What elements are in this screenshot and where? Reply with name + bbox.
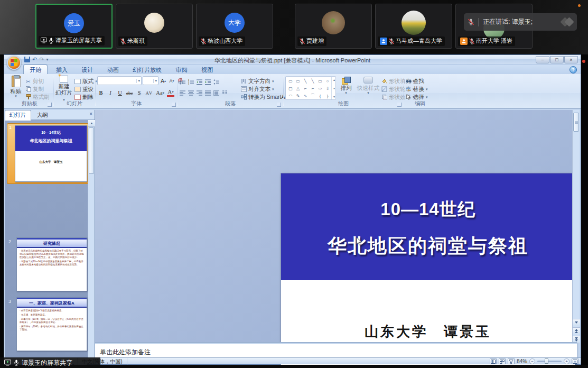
align-center-icon[interactable] <box>188 90 194 96</box>
slide-thumbnail-2[interactable]: 研究缘起 学界对宋元时期的祠堂和祭祖问题已有不少研究，但除了对北宋祠堂和祭祖的讨… <box>16 237 87 291</box>
scroll-thumb[interactable] <box>573 113 579 132</box>
zoom-percentage[interactable]: 84% <box>517 358 527 364</box>
copy-button[interactable]: 复制 <box>25 85 44 93</box>
slide-sorter-view-button[interactable] <box>499 358 506 364</box>
shape-icon[interactable]: ▭ <box>287 77 294 85</box>
video-tile-jiajianzeng[interactable]: 贾建增 <box>295 4 372 49</box>
office-button[interactable] <box>7 56 21 70</box>
distribute-icon[interactable] <box>213 90 219 96</box>
dialog-launcher[interactable] <box>172 103 176 107</box>
fit-to-window-button[interactable] <box>572 358 578 364</box>
tab-slides[interactable]: 幻灯片 <box>5 110 31 121</box>
shape-icon[interactable]: ⇨ <box>316 85 324 92</box>
text-direction-button[interactable]: 文字方向 ▾ <box>241 77 274 85</box>
italic-button[interactable]: I <box>107 89 114 97</box>
align-text-button[interactable]: 对齐文本 ▾ <box>241 85 274 93</box>
notes-pane[interactable]: 单击此处添加备注 <box>95 343 577 359</box>
close-button[interactable]: × <box>564 56 578 63</box>
slide-thumbnail-3[interactable]: 一、家庙、家祠及家祭A 由百官的家庙到中下级官员家祠的建设。 文彦博、富弼等的家… <box>16 297 87 351</box>
shapes-gallery[interactable]: ▭ ▭ ╲ ╲ ▭ ○ ▲▼▼ ▢ △ ⌐ ⌐ ⇨ ⇩ ◠ ✎ ∿ ⌒ <box>285 76 336 100</box>
shape-icon[interactable]: ◠ <box>287 92 294 99</box>
shape-icon[interactable]: ▢ <box>287 85 294 92</box>
dialog-launcher[interactable] <box>277 103 281 107</box>
decrease-indent-icon[interactable] <box>197 79 202 85</box>
title-bar[interactable]: 华北地区的祠堂与祭祖.ppt [兼容模式] - Microsoft PowerP… <box>4 55 581 65</box>
underline-button[interactable]: U <box>116 89 124 97</box>
restore-button[interactable]: □ <box>550 56 564 63</box>
zoom-slider-thumb[interactable] <box>545 358 548 364</box>
text-shadow-button[interactable]: S <box>136 89 143 97</box>
shape-icon[interactable]: { <box>316 92 324 99</box>
cut-button[interactable]: ✂ 剪切 <box>25 77 44 85</box>
previous-slide-button[interactable] <box>573 327 580 334</box>
arrange-button[interactable]: 排列 ▾ <box>337 77 355 95</box>
shape-icon[interactable]: ○ <box>324 77 331 85</box>
shapes-scroll[interactable]: ▲▼▼ <box>331 77 337 99</box>
help-icon[interactable]: ? <box>570 66 577 73</box>
shape-icon[interactable]: ⌒ <box>309 92 316 99</box>
columns-icon[interactable] <box>222 90 228 96</box>
zoom-in-button[interactable]: + <box>564 358 570 364</box>
zoom-out-button[interactable]: − <box>529 358 535 364</box>
next-slide-button[interactable] <box>573 336 580 343</box>
align-right-icon[interactable] <box>197 90 202 96</box>
dialog-launcher[interactable] <box>397 103 402 107</box>
shape-icon[interactable]: } <box>324 92 331 99</box>
character-spacing-button[interactable]: AV <box>145 89 154 97</box>
slide-thumbnail-1[interactable]: 10—14世纪 华北地区的祠堂与祭祖 山东大学 谭景玉 <box>15 125 87 182</box>
tab-outline[interactable]: 大纲 <box>32 111 52 121</box>
font-size-combo[interactable]: ▾ <box>143 76 158 85</box>
shape-icon[interactable]: ⌐ <box>302 85 309 92</box>
slide-canvas[interactable]: 10—14世纪 华北地区的祠堂与祭祖 山东大学 谭景玉 <box>95 110 577 343</box>
slide-title-block[interactable]: 10—14世纪 华北地区的祠堂与祭祖 <box>281 173 575 280</box>
dialog-launcher[interactable] <box>48 103 52 107</box>
main-slide[interactable]: 10—14世纪 华北地区的祠堂与祭祖 山东大学 谭景玉 <box>281 173 575 368</box>
grow-font-button[interactable]: A▴ <box>160 77 167 85</box>
panel-scrollbar[interactable]: ▲ <box>88 120 95 358</box>
zoom-slider[interactable] <box>537 361 562 362</box>
video-tile-tanjingyu[interactable]: 景玉 谭景玉的屏幕共享 <box>35 4 113 49</box>
new-slide-button[interactable]: 新建 幻灯片 ▾ <box>54 76 73 103</box>
layout-button[interactable]: 版式 ▾ <box>74 77 97 85</box>
change-case-button[interactable]: Aa▾ <box>155 89 165 97</box>
vertical-scrollbar[interactable] <box>572 110 580 343</box>
video-tile-yangbo[interactable]: 大学 杨波山西大学 <box>196 4 273 49</box>
justify-icon[interactable] <box>205 90 211 96</box>
screen-share-toolbar[interactable]: 谭景玉的屏幕共享 <box>0 357 100 368</box>
align-left-icon[interactable] <box>180 90 185 96</box>
shape-icon[interactable]: ╲ <box>302 77 309 85</box>
bullets-icon[interactable] <box>180 79 185 85</box>
strikethrough-button[interactable]: abe <box>126 89 134 97</box>
shrink-font-button[interactable]: A▾ <box>168 77 175 85</box>
bold-button[interactable]: B <box>97 89 105 97</box>
normal-view-button[interactable] <box>490 358 497 364</box>
minimize-button[interactable]: – <box>536 56 549 63</box>
qat-dropdown-icon[interactable]: ▾ <box>46 57 48 62</box>
paste-button[interactable]: 粘贴 ▾ <box>7 76 24 98</box>
scroll-down-button[interactable] <box>573 319 580 326</box>
shape-icon[interactable]: ∿ <box>302 92 309 99</box>
shape-icon[interactable]: ╲ <box>309 77 316 85</box>
find-button[interactable]: 查找 <box>406 77 424 85</box>
numbering-icon[interactable] <box>188 79 194 85</box>
shape-icon[interactable]: ▭ <box>316 77 324 85</box>
shape-icon[interactable]: ⇩ <box>324 85 331 92</box>
panel-close-icon[interactable]: × <box>89 111 92 117</box>
shape-icon[interactable]: ✎ <box>294 92 302 99</box>
redo-button[interactable]: ↷ <box>39 56 44 63</box>
shape-icon[interactable]: ⌐ <box>309 85 316 92</box>
panel-scroll-thumb[interactable] <box>89 127 94 174</box>
quick-styles-button[interactable]: 快速样式 ▾ <box>356 77 380 95</box>
shape-icon[interactable]: △ <box>294 85 302 92</box>
slideshow-view-button[interactable] <box>508 358 515 364</box>
undo-button[interactable]: ↶ <box>32 56 37 63</box>
increase-indent-icon[interactable] <box>205 79 211 85</box>
line-spacing-icon[interactable] <box>213 79 219 85</box>
shape-icon[interactable]: ▭ <box>294 77 302 85</box>
video-tile-misiqi[interactable]: 米斯琪 <box>116 4 193 49</box>
scroll-up-icon[interactable]: ▲ <box>88 120 95 127</box>
reset-button[interactable]: 重设 <box>74 85 94 93</box>
save-icon[interactable] <box>24 57 30 62</box>
replace-button[interactable]: 替换 ▾ <box>406 85 428 93</box>
video-tile-madoucheng[interactable]: 马斗成—青岛大学 <box>375 4 452 49</box>
